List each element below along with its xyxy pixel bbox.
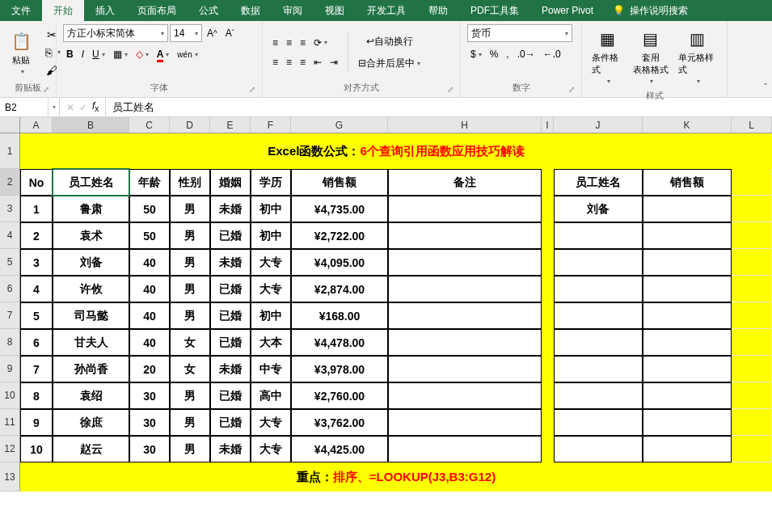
percent-format-button[interactable]: % [487,47,502,61]
col-header[interactable]: K [643,117,732,133]
cell[interactable] [542,276,554,302]
row-header[interactable]: 6 [0,276,20,302]
cell[interactable]: 学历 [251,169,291,196]
align-left-button[interactable]: ≡ [269,55,281,70]
cell[interactable] [732,409,772,436]
decrease-decimal-button[interactable]: ←.0 [540,47,564,61]
accounting-format-button[interactable]: $▾ [467,47,485,61]
tab-pdf[interactable]: PDF工具集 [459,0,530,21]
cell[interactable]: 初中 [251,196,291,222]
cell[interactable] [388,409,542,436]
cell[interactable]: 大专 [251,436,291,462]
spreadsheet-grid[interactable]: A B C D E F G H I J K L 1 Excel函数公式：6个查询… [0,117,772,492]
align-bottom-button[interactable]: ≡ [297,36,309,50]
col-header[interactable]: A [20,117,53,133]
cell[interactable]: 1 [20,196,53,222]
cell[interactable] [732,222,772,249]
cell[interactable] [732,356,772,382]
decrease-font-button[interactable]: Aˇ [222,26,238,40]
tab-formulas[interactable]: 公式 [188,0,230,21]
cell[interactable]: 40 [129,302,170,329]
cell[interactable]: 已婚 [210,222,251,249]
indent-increase-button[interactable]: ⇥ [327,55,341,70]
col-header[interactable]: F [251,117,291,133]
cell[interactable]: 男 [170,276,210,302]
cell[interactable]: 9 [20,409,53,436]
cell[interactable]: 许攸 [53,276,129,302]
cell[interactable] [643,196,732,222]
cell[interactable]: ¥4,478.00 [291,329,388,356]
paste-button[interactable]: 📋 粘贴▾ [6,27,36,78]
row-header[interactable]: 7 [0,302,20,329]
cell[interactable]: 男 [170,196,210,222]
row-header[interactable]: 11 [0,409,20,436]
row-header[interactable]: 1 [0,133,20,169]
name-box-dropdown[interactable]: ▾ [49,98,60,116]
cell[interactable] [388,436,542,462]
cell[interactable] [542,356,554,382]
cell[interactable]: No [20,169,53,196]
cell[interactable] [554,382,643,409]
col-header[interactable]: G [291,117,388,133]
cell[interactable]: 年龄 [129,169,170,196]
cell[interactable] [643,409,732,436]
cell[interactable]: 女 [170,329,210,356]
indent-decrease-button[interactable]: ⇤ [310,55,325,70]
cell[interactable] [643,436,732,462]
cell[interactable]: ¥2,722.00 [291,222,388,249]
cell[interactable]: 初中 [251,302,291,329]
cell[interactable]: 5 [20,302,53,329]
row-header[interactable]: 2 [0,169,20,196]
cell[interactable] [732,382,772,409]
align-middle-button[interactable]: ≡ [283,36,295,50]
cell[interactable]: 未婚 [210,196,251,222]
row-header[interactable]: 8 [0,329,20,356]
cell[interactable]: 50 [129,196,170,222]
cell[interactable]: 男 [170,222,210,249]
increase-font-button[interactable]: A^ [204,26,221,40]
cell[interactable]: 男 [170,409,210,436]
row-header[interactable]: 10 [0,382,20,409]
cell[interactable]: 高中 [251,382,291,409]
cell[interactable]: 鲁肃 [53,196,129,222]
cell[interactable] [388,329,542,356]
align-launcher[interactable]: ⤢ [447,85,453,94]
cell[interactable]: 50 [129,222,170,249]
cell[interactable]: ¥2,874.00 [291,276,388,302]
increase-decimal-button[interactable]: .0→ [514,47,538,61]
cell[interactable] [732,329,772,356]
align-center-button[interactable]: ≡ [283,55,295,70]
cell[interactable]: 4 [20,276,53,302]
cell[interactable]: 7 [20,356,53,382]
row-header[interactable]: 4 [0,222,20,249]
cell[interactable]: 甘夫人 [53,329,129,356]
cell-styles-button[interactable]: ▥单元格样式▾ [675,24,720,88]
align-right-button[interactable]: ≡ [297,55,309,70]
cell[interactable] [388,196,542,222]
cell[interactable] [554,329,643,356]
cell[interactable] [388,302,542,329]
cell[interactable] [542,249,554,276]
col-header[interactable]: B [53,117,129,133]
cell[interactable]: ¥4,095.00 [291,249,388,276]
col-header[interactable]: I [542,117,554,133]
cell[interactable]: 大专 [251,276,291,302]
collapse-ribbon-button[interactable]: ˆ [764,82,767,94]
wrap-text-button[interactable]: ↩ 自动换行 [355,33,424,50]
cell[interactable]: 已婚 [210,382,251,409]
border-button[interactable]: ▦▾ [110,47,131,61]
cell[interactable]: 30 [129,436,170,462]
tab-home[interactable]: 开始 [42,0,84,21]
col-header[interactable]: H [388,117,542,133]
cell[interactable] [554,302,643,329]
cell[interactable] [554,409,643,436]
cell[interactable] [388,276,542,302]
cell[interactable]: 销售额 [291,169,388,196]
cell[interactable]: 已婚 [210,329,251,356]
tell-me-search[interactable]: 💡 操作说明搜索 [613,0,688,21]
cell[interactable]: 未婚 [210,356,251,382]
tab-review[interactable]: 审阅 [272,0,314,21]
cell[interactable] [554,436,643,462]
cell[interactable]: 备注 [388,169,542,196]
tab-view[interactable]: 视图 [314,0,356,21]
